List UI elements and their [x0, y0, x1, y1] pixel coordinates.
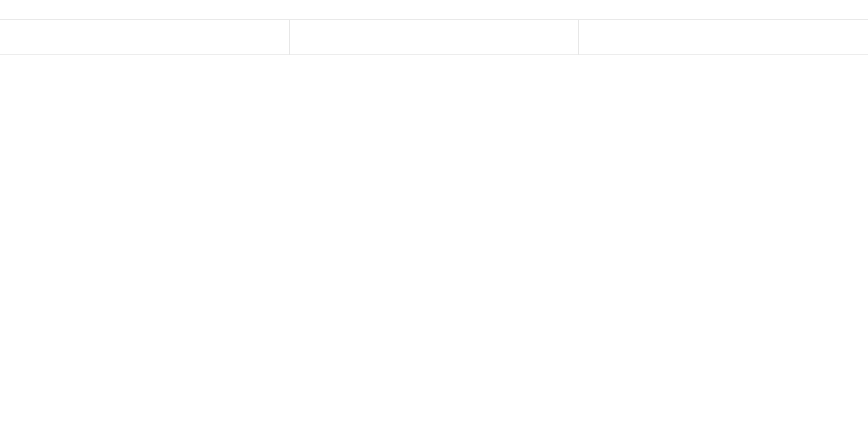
page-title — [0, 0, 868, 19]
bandwidth-chart[interactable] — [0, 66, 868, 341]
stats-row — [0, 19, 868, 55]
legend-cached — [752, 66, 765, 74]
stat-uncached-bandwidth — [578, 20, 868, 54]
legend-swatch-cached — [752, 66, 761, 74]
stat-total-bandwidth — [0, 20, 289, 54]
legend-uncached — [780, 66, 792, 74]
legend-swatch-uncached — [780, 66, 788, 74]
stat-cached-bandwidth — [289, 20, 579, 54]
chart-legend — [752, 66, 792, 74]
chart-svg[interactable] — [0, 66, 868, 341]
